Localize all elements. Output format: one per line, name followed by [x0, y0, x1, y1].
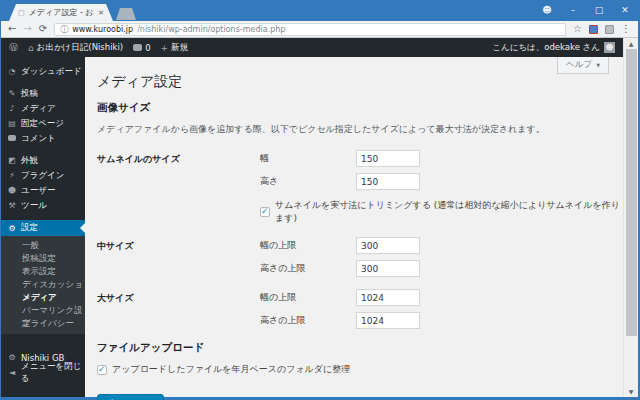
sidebar-item-media[interactable]: ♪ メディア	[1, 101, 85, 116]
tab-close-icon[interactable]: ✕	[98, 9, 104, 17]
medium-height-label: 高さの上限	[260, 262, 356, 275]
browser-window: ▢ メディア設定 - お出かけ日記 ✕ ☻ – □ ✕ ← → ⟳ ⓘ www.…	[0, 0, 640, 400]
profile-icon[interactable]: ☻	[534, 0, 560, 21]
help-label: ヘルプ	[566, 59, 592, 71]
comments-link[interactable]: 0	[133, 43, 150, 53]
collapse-menu-button[interactable]: ◄ メニューを閉じる	[1, 365, 85, 380]
thumbnail-size-label: サムネイルのサイズ	[97, 150, 260, 225]
browser-titlebar: ▢ メディア設定 - お出かけ日記 ✕ ☻ – □ ✕	[1, 0, 638, 21]
medium-height-input[interactable]	[356, 260, 420, 277]
large-width-input[interactable]	[356, 289, 420, 306]
sidebar-item-plugins[interactable]: ⚡ プラグイン	[1, 168, 85, 183]
minimize-button[interactable]: –	[560, 0, 586, 21]
large-height-label: 高さの上限	[260, 314, 356, 327]
uploads-organize-option: アップロードしたファイルを年月ベースのフォルダに整理	[97, 363, 623, 376]
settings-gear-icon: ⚙	[7, 224, 17, 233]
large-height-input[interactable]	[356, 312, 420, 329]
plus-icon: +	[161, 43, 169, 53]
organize-checkbox[interactable]	[97, 365, 107, 375]
page-icon: ▢	[18, 9, 25, 17]
uploads-heading: ファイルアップロード	[97, 341, 623, 355]
submenu-item-media[interactable]: メディア	[1, 291, 85, 304]
window-controls: ☻ – □ ✕	[534, 0, 638, 21]
comment-count: 0	[145, 43, 150, 53]
back-icon[interactable]: ←	[8, 24, 16, 34]
user-greeting[interactable]: こんにちは、odekake さん	[492, 42, 600, 54]
site-name: お出かけ日記(Nishiki)	[37, 42, 123, 54]
help-dropdown[interactable]: ヘルプ ▼	[557, 57, 609, 74]
home-icon: ⌂	[28, 43, 34, 53]
browser-tab[interactable]: ▢ メディア設定 - お出かけ日記 ✕	[9, 4, 113, 21]
browser-toolbar: ← → ⟳ ⓘ www.kuroobi.jp/nishiki/wp-admin/…	[1, 21, 638, 38]
sidebar-item-pages[interactable]: ▤ 固定ページ	[1, 116, 85, 131]
reload-icon[interactable]: ⟳	[39, 24, 47, 34]
site-name-link[interactable]: ⌂ お出かけ日記(Nishiki)	[28, 42, 123, 54]
submenu-item-reading[interactable]: 表示設定	[1, 265, 85, 278]
sidebar-item-comments[interactable]: コメント	[1, 131, 85, 146]
users-icon: ☻	[7, 186, 17, 195]
menu-dots-icon[interactable]: ⋮	[621, 24, 631, 34]
sidebar-label: メディア	[21, 103, 56, 115]
camera-extension-icon[interactable]	[605, 25, 614, 34]
scroll-up-icon[interactable]: ▲	[629, 38, 634, 49]
vertical-scrollbar[interactable]: ▲ ▼	[623, 38, 638, 397]
plugin-icon: ⚡	[7, 171, 17, 180]
sidebar-item-dashboard[interactable]: ◔ ダッシュボード	[1, 64, 85, 79]
bookmark-star-icon[interactable]: ☆	[573, 24, 582, 34]
sidebar-label: 投稿	[21, 88, 38, 100]
scrollbar-track[interactable]	[624, 49, 638, 386]
close-button[interactable]: ✕	[612, 0, 638, 21]
submenu-item-permalinks[interactable]: パーマリンク設定	[1, 304, 85, 317]
sidebar-label: 設定	[21, 222, 38, 234]
crop-checkbox[interactable]	[260, 207, 270, 217]
new-tab-button[interactable]	[116, 8, 136, 20]
avatar[interactable]: ☻	[604, 42, 615, 53]
wp-admin-bar: Ⓦ ⌂ お出かけ日記(Nishiki) 0 + 新規 こんにちは、odekake…	[1, 38, 623, 57]
media-settings-content: ヘルプ ▼ メディア設定 画像サイズ メディアファイルから画像を追加する際、以下…	[85, 57, 623, 397]
new-content-link[interactable]: + 新規	[161, 42, 189, 54]
image-size-description: メディアファイルから画像を追加する際、以下でピクセル指定したサイズによって最大寸…	[97, 123, 623, 136]
medium-width-label: 幅の上限	[260, 239, 356, 252]
sidebar-item-tools[interactable]: ⚒ ツール	[1, 198, 85, 213]
scrollbar-thumb[interactable]	[626, 49, 637, 336]
gear-icon: ⚙	[7, 353, 17, 362]
thumbnail-height-input[interactable]	[356, 173, 420, 190]
sidebar-label: ユーザー	[21, 185, 55, 197]
submenu-item-general[interactable]: 一般	[1, 239, 85, 252]
extension-icon[interactable]	[589, 25, 598, 34]
tab-title: メディア設定 - お出かけ日記	[29, 7, 95, 18]
sidebar-item-settings[interactable]: ⚙ 設定	[1, 220, 85, 236]
wordpress-logo-icon[interactable]: Ⓦ	[9, 41, 18, 54]
sidebar-label: プラグイン	[21, 170, 65, 182]
address-bar[interactable]: ⓘ www.kuroobi.jp/nishiki/wp-admin/option…	[54, 23, 566, 36]
save-changes-button[interactable]: 変更を保存	[97, 394, 164, 400]
admin-sidebar: ◔ ダッシュボード ✎ 投稿 ♪ メディア ▤ 固定ページ	[1, 57, 85, 397]
crop-checkbox-label: サムネイルを実寸法にトリミングする (通常は相対的な縮小によりサムネイルを作りま…	[275, 199, 623, 225]
medium-size-row: 中サイズ 幅の上限 高さの上限	[97, 237, 623, 277]
submenu-item-discussion[interactable]: ディスカッション	[1, 278, 85, 291]
medium-size-label: 中サイズ	[97, 237, 260, 277]
large-size-label: 大サイズ	[97, 289, 260, 329]
dashboard-icon: ◔	[7, 67, 17, 76]
sidebar-label: ダッシュボード	[21, 66, 82, 78]
submenu-item-privacy[interactable]: プライバシー	[1, 317, 85, 330]
thumbnail-width-input[interactable]	[356, 150, 420, 167]
sidebar-item-posts[interactable]: ✎ 投稿	[1, 86, 85, 101]
large-width-label: 幅の上限	[260, 291, 356, 304]
wp-body: ◔ ダッシュボード ✎ 投稿 ♪ メディア ▤ 固定ページ	[1, 57, 623, 397]
sidebar-label: メニューを閉じる	[21, 361, 85, 385]
info-icon[interactable]: ⓘ	[60, 24, 68, 35]
forward-icon[interactable]: →	[23, 24, 31, 34]
submenu-item-writing[interactable]: 投稿設定	[1, 252, 85, 265]
page-title: メディア設定	[97, 73, 623, 91]
maximize-button[interactable]: □	[586, 0, 612, 21]
sidebar-label: 外観	[21, 155, 38, 167]
scroll-down-icon[interactable]: ▼	[629, 386, 634, 397]
sidebar-item-users[interactable]: ☻ ユーザー	[1, 183, 85, 198]
medium-width-input[interactable]	[356, 237, 420, 254]
sidebar-item-appearance[interactable]: ◩ 外観	[1, 153, 85, 168]
chevron-down-icon: ▼	[596, 62, 600, 68]
new-label: 新規	[171, 42, 188, 54]
large-size-row: 大サイズ 幅の上限 高さの上限	[97, 289, 623, 329]
url-domain: www.kuroobi.jp	[72, 25, 133, 34]
